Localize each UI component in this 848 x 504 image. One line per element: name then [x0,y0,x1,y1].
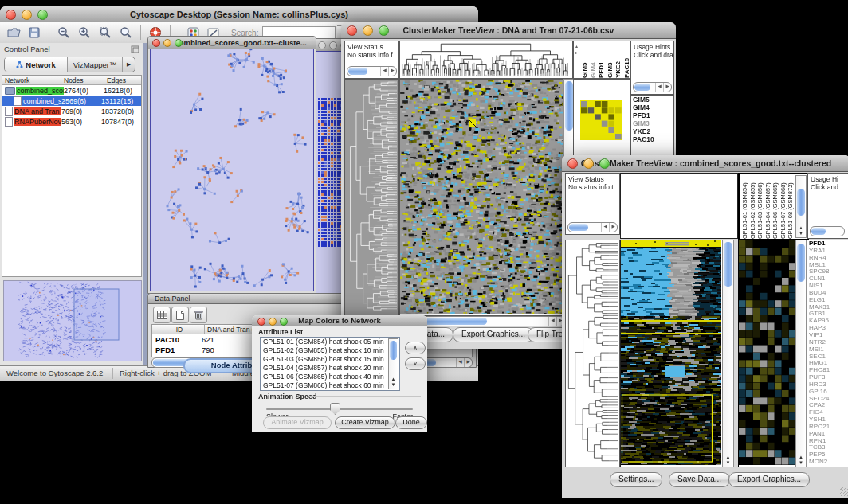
gene-label[interactable]: GTB1 [807,311,848,318]
scroll-down-arrow[interactable]: ▼ [799,460,803,466]
export-graphics-button[interactable]: Export Graphics... [453,327,534,342]
col-network[interactable]: Network [2,76,61,85]
resize-grip[interactable] [840,487,848,496]
gene-label[interactable]: SEC1 [807,354,848,361]
column-label[interactable]: GIM5 [581,41,590,78]
attribute-option[interactable]: GPL51-04 (GSM857) heat shock 20 min [261,364,399,373]
gene-label[interactable]: BUD4 [807,290,848,297]
gene-label[interactable]: VIP1 [807,332,848,339]
gene-label[interactable]: PEP5 [807,451,848,459]
column-dendrogram-panel[interactable] [620,173,738,239]
scroll-right-arrow[interactable]: ▶ [464,358,472,367]
zoom-vscrollbar[interactable]: ▲▼ [795,240,807,467]
gene-label[interactable]: PHO81 [807,367,848,374]
close-button[interactable] [318,41,326,49]
tab-vizmapper[interactable]: VizMapper™ [68,57,123,72]
save-session-button[interactable] [25,24,44,41]
attribute-option[interactable]: GPL51-03 (GSM856) heat shock 15 min [261,355,399,364]
close-button[interactable] [152,39,160,47]
close-button[interactable] [567,158,578,169]
column-label[interactable]: PFD1 [598,41,607,78]
gene-label[interactable]: MON2 [807,459,848,466]
gene-label[interactable]: RPN1 [807,438,848,445]
scroll-left-arrow[interactable]: ◀ [380,67,388,76]
gene-label[interactable]: SEC24 [807,396,848,403]
column-label[interactable]: YKE2 [614,41,623,78]
gene-label[interactable]: RNR4 [807,255,848,262]
scroll-left-arrow[interactable]: ◀ [655,83,663,92]
float-panel-icon[interactable] [131,45,139,53]
gene-label[interactable]: GIM3 [631,119,673,127]
column-label[interactable]: GIM4 [590,41,599,78]
scroll-right-arrow[interactable]: ▶ [609,223,617,232]
scroll-left-arrow[interactable]: ◀ [548,317,556,326]
column-label[interactable]: GPL51-02 (GSM855) [749,174,757,239]
scroll-up-arrow[interactable]: ▲ [799,455,803,460]
scrollbar-thumb[interactable] [569,224,588,231]
gene-label[interactable]: GIM4 [631,104,673,111]
zoom-button[interactable] [379,25,389,36]
network-row[interactable]: DNA and Tran 07 769(0) 183728(0) [2,106,141,116]
gene-label[interactable]: RPO21 [807,424,848,431]
gene-label[interactable]: GIM5 [631,96,673,104]
close-button[interactable] [6,10,16,20]
scrollbar-thumb[interactable] [634,84,650,91]
create-vizmap-button[interactable]: Create Vizmap [335,416,395,429]
minimize-button[interactable] [583,158,594,169]
gene-label[interactable]: MSL1 [807,262,848,269]
zoom-button[interactable] [37,10,48,20]
gene-label[interactable]: ELG1 [807,297,848,304]
listbox-vscrollbar[interactable]: ▲▼ [388,338,398,389]
view-status-hscrollbar[interactable]: ◀ ▶ [347,66,397,76]
table-mode-button[interactable] [153,307,171,323]
tab-network[interactable]: Network [5,57,68,72]
move-up-button[interactable]: ∧ [405,342,426,354]
scroll-left-arrow[interactable]: ◀ [456,358,464,367]
zoom-out-button[interactable] [54,24,73,41]
settings-button[interactable]: Settings... [610,472,662,487]
gene-label[interactable]: NTR2 [807,339,848,346]
gene-label[interactable]: FIG4 [807,409,848,416]
zoom-in-button[interactable] [75,24,94,41]
close-button[interactable] [257,318,265,326]
gene-label[interactable]: CPA2 [807,402,848,409]
heatmap[interactable] [621,240,721,465]
zoom-button[interactable] [599,158,610,169]
scrollbar-thumb[interactable] [565,81,573,131]
col-nodes[interactable]: Nodes [61,76,104,85]
scroll-up-arrow[interactable]: ▲ [726,455,731,460]
animate-vizmap-button[interactable]: Animate Vizmap [263,416,332,429]
gene-label[interactable]: YRA1 [807,248,848,255]
scroll-left-arrow[interactable]: ◀ [601,223,609,232]
gene-label[interactable]: KAP95 [807,318,848,325]
column-label[interactable]: GPL51-07 (GSM868) [779,174,787,239]
gene-label[interactable]: TCB3 [807,444,848,451]
network-row[interactable]: RNAPuberNov2+| 563(0) 107847(0) [2,116,141,127]
zoom-button[interactable] [280,318,288,326]
gene-label[interactable]: PFD1 [631,111,673,119]
scroll-right-arrow[interactable]: ▶ [663,83,671,92]
save-data-button[interactable]: Save Data... [669,472,730,487]
gene-label[interactable]: HAP3 [807,325,848,332]
row-dendrogram[interactable] [345,80,397,314]
gene-label[interactable]: CLN1 [807,275,848,283]
gene-label[interactable]: SPC98 [807,268,848,275]
column-label[interactable]: GPL51-04 (GSM857) [764,174,772,239]
treeview2-title-bar[interactable]: ClusterMaker TreeView : combined_scores_… [562,155,848,172]
gene-label[interactable]: MAK31 [807,304,848,311]
labels-vscrollbar[interactable]: ▲▼ [795,175,807,238]
column-label[interactable]: GPL51-06 (GSM865) [771,174,779,239]
scroll-right-arrow[interactable]: ▸ [575,50,578,55]
network-overview-thumbnail[interactable] [4,281,139,359]
heatmap-vscrollbar[interactable]: ▲▼ [722,240,734,467]
speed-slider-thumb[interactable] [330,403,340,415]
column-label[interactable]: GPL51-08 (GSM872) [787,174,795,239]
main-title-bar[interactable]: Cytoscape Desktop (Session Name: collins… [0,6,478,23]
zoom-selected-button[interactable] [96,24,115,41]
gene-label[interactable]: HRD3 [807,381,848,389]
scroll-up-arrow[interactable]: ▴ [575,44,578,49]
gene-label[interactable]: PAN1 [807,431,848,438]
column-dendrogram[interactable] [400,41,571,76]
scroll-down-arrow[interactable]: ▼ [799,231,803,236]
scroll-down-arrow[interactable]: ▼ [391,382,396,388]
